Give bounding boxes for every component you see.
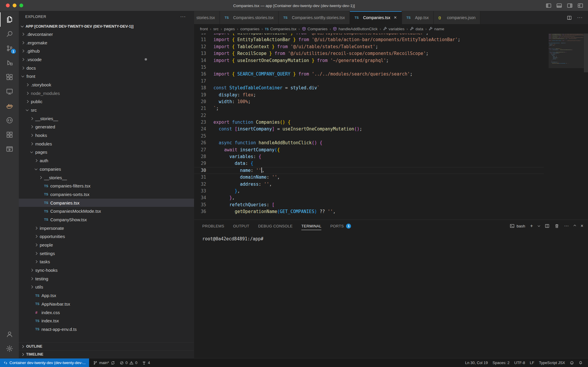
activity-item-run-and-debug[interactable] <box>0 56 19 70</box>
tree-item-.devcontainer[interactable]: .devcontainer <box>19 30 194 38</box>
kill-terminal-icon[interactable] <box>554 224 559 228</box>
close-window-button[interactable] <box>6 4 10 7</box>
minimize-window-button[interactable] <box>13 4 16 7</box>
tree-item-companies[interactable]: companies <box>19 165 194 173</box>
breadcrumb-item-name[interactable]: name <box>429 27 444 31</box>
tree-item-people[interactable]: people <box>19 241 194 249</box>
breadcrumb-item-handleAddButtonClick[interactable]: handleAddButtonClick <box>333 27 377 31</box>
panel-tab-debug-console[interactable]: DEBUG CONSOLE <box>258 220 293 232</box>
code-area[interactable]: 10import { WithTopBarContainer } from '@… <box>194 33 544 219</box>
panel-tab-output[interactable]: OUTPUT <box>233 220 249 232</box>
editor-more-actions-button[interactable]: ··· <box>577 15 583 20</box>
tree-item-opportunities[interactable]: opportunities <box>19 232 194 241</box>
tree-item-sync-hooks[interactable]: sync-hooks <box>19 266 194 274</box>
status-notifications[interactable] <box>576 358 585 367</box>
zoom-window-button[interactable] <box>19 4 23 7</box>
status-eol[interactable]: LF <box>527 358 537 367</box>
activity-item-explorer[interactable] <box>0 12 19 27</box>
activity-item-test-explorer[interactable] <box>0 128 19 142</box>
breadcrumb-item-src[interactable]: src <box>213 27 219 31</box>
status-feedback[interactable] <box>567 358 576 367</box>
terminal-prompt[interactable]: root@0a42ecd84891:/app# <box>202 236 588 242</box>
outline-section-header[interactable]: OUTLINE <box>19 342 194 350</box>
activity-item-docker[interactable] <box>0 99 19 113</box>
status-remote-indicator[interactable]: Container dev-twenty-dev (dev-twenty-dev… <box>0 358 89 367</box>
customize-layout-icon[interactable] <box>577 3 583 9</box>
close-tab-icon[interactable]: × <box>394 15 397 21</box>
activity-item-settings[interactable] <box>0 341 19 356</box>
breadcrumb-item-variables[interactable]: variables <box>383 27 405 31</box>
status-indentation[interactable]: Spaces: 2 <box>490 358 512 367</box>
activity-item-source-control[interactable]: 1 <box>0 41 19 56</box>
tree-item-CompanyShow.tsx[interactable]: TSCompanyShow.tsx <box>19 215 194 224</box>
breadcrumb-item-pages[interactable]: pages <box>224 27 235 31</box>
panel-more-actions-button[interactable]: ··· <box>564 223 569 229</box>
tree-item-hooks[interactable]: hooks <box>19 131 194 140</box>
workspace-section-header[interactable]: APP [CONTAINER DEV-TWENTY-DEV (DEV-TWENT… <box>19 22 194 30</box>
breadcrumb-item-front[interactable]: front <box>200 27 208 31</box>
status-forwarded-ports[interactable]: 4 <box>140 358 152 367</box>
activity-item-remote-explorer[interactable] <box>0 84 19 99</box>
scrollbar[interactable] <box>584 33 588 219</box>
split-editor-icon[interactable] <box>567 15 572 20</box>
tree-item-tasks[interactable]: tasks <box>19 258 194 266</box>
breadcrumb-item-data[interactable]: data <box>410 27 423 31</box>
panel-tab-ports[interactable]: PORTS1 <box>330 220 351 232</box>
tree-item-Companies.tsx[interactable]: TSCompanies.tsx <box>19 199 194 207</box>
tree-item-CompaniesMockMode.tsx[interactable]: TSCompaniesMockMode.tsx <box>19 207 194 215</box>
tab-stories.tsx[interactable]: stories.tsx <box>194 11 220 24</box>
tree-item-.storybook[interactable]: .storybook <box>19 81 194 89</box>
tree-item-settings[interactable]: settings <box>19 249 194 258</box>
tree-item-node_modules[interactable]: node_modules <box>19 89 194 98</box>
tree-item-utils[interactable]: utils <box>19 283 194 291</box>
tree-item-index.tsx[interactable]: TSindex.tsx <box>19 316 194 325</box>
tree-item-modules[interactable]: modules <box>19 140 194 148</box>
tab-Companies.stories.tsx[interactable]: TSCompanies.stories.tsx <box>220 11 279 24</box>
tree-item-front[interactable]: front <box>19 72 194 81</box>
activity-item-search[interactable] <box>0 27 19 41</box>
activity-item-accounts[interactable] <box>0 327 19 341</box>
tab-Companies.sortBy.stories.tsx[interactable]: TSCompanies.sortBy.stories.tsx <box>279 11 350 24</box>
status-cursor-position[interactable]: Ln 30, Col 19 <box>463 358 490 367</box>
terminal-dropdown-icon[interactable] <box>537 224 540 227</box>
tree-item-index.css[interactable]: #index.css <box>19 308 194 317</box>
tab-App.tsx[interactable]: TSApp.tsx <box>402 11 434 24</box>
status-git-branch[interactable]: main* <box>91 358 117 367</box>
tree-item-public[interactable]: public <box>19 98 194 106</box>
toggle-panel-icon[interactable] <box>556 3 562 9</box>
breadcrumb-item-Companies[interactable]: Companies <box>302 27 328 31</box>
status-problems[interactable]: 00 <box>117 358 140 367</box>
explorer-more-actions-button[interactable]: ··· <box>180 14 186 19</box>
panel-tab-terminal[interactable]: TERMINAL <box>301 220 321 232</box>
toggle-secondary-sidebar-icon[interactable] <box>567 3 573 9</box>
tree-item-.github[interactable]: .github <box>19 47 194 55</box>
new-terminal-button[interactable]: + <box>530 223 533 229</box>
status-encoding[interactable]: UTF-8 <box>512 358 527 367</box>
tree-item-impersonate[interactable]: impersonate <box>19 224 194 232</box>
tree-item-__stories__[interactable]: __stories__ <box>19 173 194 182</box>
tree-item-App.tsx[interactable]: TSApp.tsx <box>19 291 194 300</box>
tab-Companies.tsx[interactable]: TSCompanies.tsx× <box>350 11 402 24</box>
tree-item-.ergomake[interactable]: .ergomake <box>19 38 194 47</box>
toggle-sidebar-icon[interactable] <box>546 3 552 9</box>
minimap[interactable]: 10import { WithTopBarContainer } from '@… <box>549 33 584 219</box>
panel-tab-problems[interactable]: PROBLEMS <box>202 220 224 232</box>
tree-item-react-app-env.d.ts[interactable]: TSreact-app-env.d.ts <box>19 325 194 334</box>
breadcrumb-item-companies[interactable]: companies <box>240 27 259 31</box>
tree-item-__stories__[interactable]: __stories__ <box>19 114 194 123</box>
tree-item-companies-filters.tsx[interactable]: TScompanies-filters.tsx <box>19 182 194 190</box>
tree-item-docs[interactable]: docs <box>19 64 194 72</box>
tree-item-companies-sorts.tsx[interactable]: TScompanies-sorts.tsx <box>19 190 194 199</box>
activity-item-code-references[interactable] <box>0 113 19 128</box>
tree-item-generated[interactable]: generated <box>19 123 194 131</box>
close-panel-icon[interactable]: × <box>581 223 583 229</box>
tree-item-testing[interactable]: testing <box>19 274 194 283</box>
scrollbar-slider[interactable] <box>584 33 588 72</box>
tree-item-AppNavbar.tsx[interactable]: TSAppNavbar.tsx <box>19 300 194 308</box>
terminal-shell-selector[interactable]: bash <box>510 224 525 228</box>
maximize-panel-icon[interactable] <box>573 225 576 227</box>
tab-companies.json[interactable]: {}companies.json <box>434 11 480 24</box>
activity-item-live-preview[interactable] <box>0 142 19 156</box>
status-language-mode[interactable]: TypeScript JSX <box>537 358 567 367</box>
activity-item-extensions[interactable] <box>0 70 19 84</box>
